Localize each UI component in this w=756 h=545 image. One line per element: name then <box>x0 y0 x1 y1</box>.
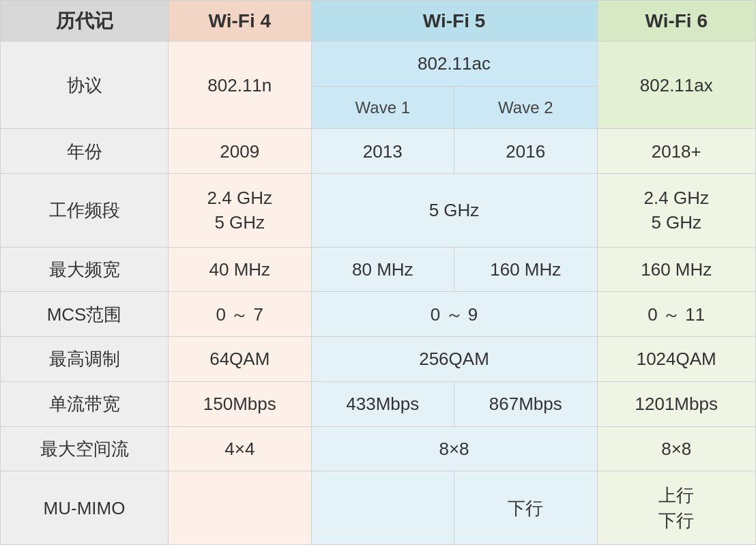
bw-row: 最大频宽 40 MHz 80 MHz 160 MHz 160 MHz <box>1 247 756 292</box>
spatial-row: 最大空间流 4×4 8×8 8×8 <box>1 426 756 471</box>
bw-wifi4: 40 MHz <box>169 247 311 292</box>
freq-row: 工作频段 2.4 GHz 5 GHz 5 GHz 2.4 GHz 5 GHz <box>1 174 756 247</box>
mod-label: 最高调制 <box>1 337 169 382</box>
header-wifi6: Wi-Fi 6 <box>597 1 756 42</box>
header-wifi5: Wi-Fi 5 <box>311 1 597 42</box>
year-wave2: 2016 <box>454 129 597 174</box>
mcs-label: MCS范围 <box>1 292 169 337</box>
mumimo-wave2: 下行 <box>454 471 597 545</box>
bw-wave1: 80 MHz <box>311 247 454 292</box>
freq-wifi5: 5 GHz <box>311 174 597 247</box>
header-row: 历代记 Wi-Fi 4 Wi-Fi 5 Wi-Fi 6 <box>1 1 756 42</box>
mumimo-label: MU-MIMO <box>1 471 169 545</box>
year-label: 年份 <box>1 129 169 174</box>
mcs-wifi5: 0 ～ 9 <box>311 292 597 337</box>
stream-bw-wifi6: 1201Mbps <box>597 381 756 426</box>
bw-wave2: 160 MHz <box>454 247 597 292</box>
mumimo-wifi6: 上行 下行 <box>597 471 756 545</box>
spatial-wifi5: 8×8 <box>311 426 597 471</box>
table-wrapper: 历代记 Wi-Fi 4 Wi-Fi 5 Wi-Fi 6 协议 802.11n 8… <box>0 0 756 545</box>
protocol-wifi5-main: 802.11ac <box>311 42 597 87</box>
header-wifi4: Wi-Fi 4 <box>169 1 311 42</box>
mumimo-row: MU-MIMO 下行 上行 下行 <box>1 471 756 545</box>
mod-wifi4: 64QAM <box>169 337 311 382</box>
bw-wifi6: 160 MHz <box>597 247 756 292</box>
mcs-wifi6: 0 ～ 11 <box>597 292 756 337</box>
protocol-wave1: Wave 1 <box>311 86 454 129</box>
stream-bw-wave2: 867Mbps <box>454 381 597 426</box>
mumimo-wifi4 <box>169 471 311 545</box>
header-history: 历代记 <box>1 1 169 42</box>
mcs-wifi4: 0 ～ 7 <box>169 292 311 337</box>
protocol-wave2: Wave 2 <box>454 86 597 129</box>
spatial-wifi6: 8×8 <box>597 426 756 471</box>
protocol-label: 协议 <box>1 42 169 129</box>
year-wifi6: 2018+ <box>597 129 756 174</box>
stream-bw-wifi4: 150Mbps <box>169 381 311 426</box>
freq-wifi4: 2.4 GHz 5 GHz <box>169 174 311 247</box>
freq-wifi6: 2.4 GHz 5 GHz <box>597 174 756 247</box>
freq-label: 工作频段 <box>1 174 169 247</box>
stream-bw-wave1: 433Mbps <box>311 381 454 426</box>
year-wifi4: 2009 <box>169 129 311 174</box>
protocol-wifi4: 802.11n <box>169 42 311 129</box>
protocol-wifi6: 802.11ax <box>597 42 756 129</box>
mod-row: 最高调制 64QAM 256QAM 1024QAM <box>1 337 756 382</box>
wifi-comparison-table: 历代记 Wi-Fi 4 Wi-Fi 5 Wi-Fi 6 协议 802.11n 8… <box>0 0 756 545</box>
mod-wifi5: 256QAM <box>311 337 597 382</box>
stream-bw-row: 单流带宽 150Mbps 433Mbps 867Mbps 1201Mbps <box>1 381 756 426</box>
mumimo-wave1 <box>311 471 454 545</box>
spatial-wifi4: 4×4 <box>169 426 311 471</box>
mod-wifi6: 1024QAM <box>597 337 756 382</box>
spatial-label: 最大空间流 <box>1 426 169 471</box>
stream-bw-label: 单流带宽 <box>1 381 169 426</box>
year-row: 年份 2009 2013 2016 2018+ <box>1 129 756 174</box>
year-wave1: 2013 <box>311 129 454 174</box>
mcs-row: MCS范围 0 ～ 7 0 ～ 9 0 ～ 11 <box>1 292 756 337</box>
protocol-main-row: 协议 802.11n 802.11ac 802.11ax <box>1 42 756 87</box>
bw-label: 最大频宽 <box>1 247 169 292</box>
